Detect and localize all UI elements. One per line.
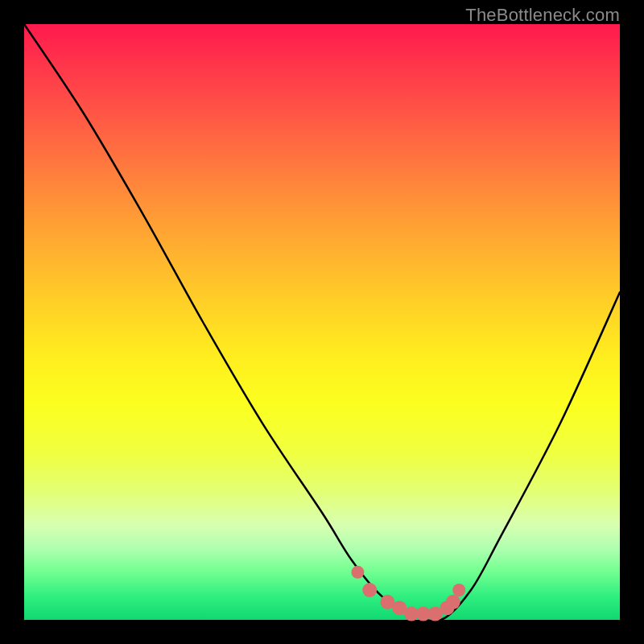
plot-area xyxy=(24,24,620,620)
curve-svg xyxy=(24,24,620,620)
watermark-text: TheBottleneck.com xyxy=(465,5,620,26)
highlight-dot xyxy=(452,584,465,597)
highlight-dot xyxy=(351,566,364,579)
highlight-dot xyxy=(446,595,460,609)
highlight-dots xyxy=(351,566,465,621)
highlight-dot xyxy=(362,583,377,597)
chart-frame: TheBottleneck.com xyxy=(0,0,644,644)
bottleneck-curve xyxy=(24,24,620,621)
